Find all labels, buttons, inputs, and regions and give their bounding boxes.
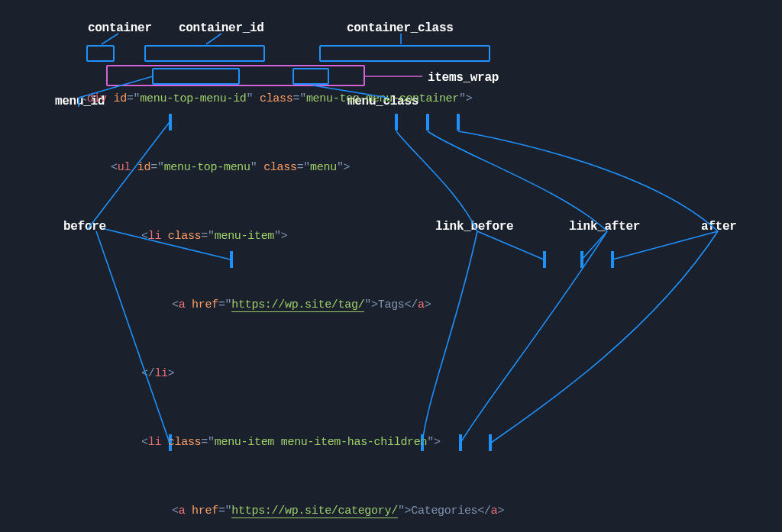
label-after: after: [701, 215, 737, 238]
marker-linkafter-music: [580, 251, 583, 268]
label-container: container: [88, 17, 152, 40]
label-container-id: container_id: [179, 17, 264, 40]
label-container-class: container_class: [347, 17, 454, 40]
code-block: <div id="menu-top-menu-id" class="menu-t…: [80, 42, 572, 532]
marker-after-music: [611, 251, 614, 268]
label-link-after: link_after: [569, 215, 640, 238]
